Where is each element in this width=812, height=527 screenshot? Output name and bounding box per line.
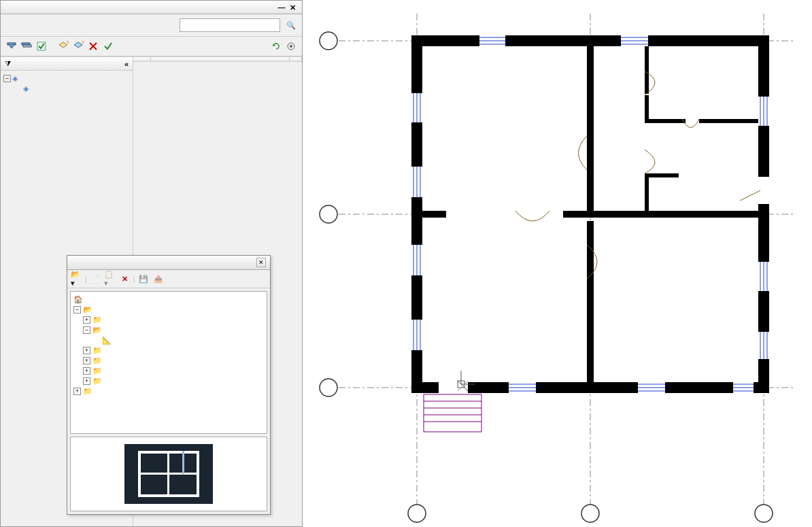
svg-point-14 <box>320 32 337 50</box>
svg-text:✶: ✶ <box>66 41 69 46</box>
folder-icon: 📁 <box>92 346 102 355</box>
tree-collapse-icon[interactable]: − <box>83 326 90 334</box>
layer-manager-titlebar[interactable]: — ✕ <box>1 1 302 14</box>
svg-rect-51 <box>645 173 649 211</box>
tree-folder-1-4[interactable]: + 📁 <box>73 356 264 366</box>
minimize-button[interactable]: — <box>276 3 287 12</box>
dwg-file-icon: 📐 <box>102 336 112 345</box>
filter-used-row[interactable]: ◈ <box>3 84 130 94</box>
delete-icon[interactable]: ✕ <box>118 272 132 286</box>
new-layer-vp-icon[interactable]: ✶ <box>71 39 85 53</box>
col-status[interactable] <box>133 57 151 61</box>
svg-rect-40 <box>665 382 733 393</box>
svg-rect-53 <box>699 119 758 123</box>
tree-folder-2[interactable]: + 📁 <box>73 386 264 396</box>
layers-columns-header[interactable] <box>133 57 302 62</box>
svg-rect-54 <box>588 272 593 313</box>
svg-rect-30 <box>411 275 422 320</box>
tree-folder-1-2[interactable]: − 📂 <box>73 325 264 335</box>
svg-rect-44 <box>422 211 584 218</box>
svg-rect-34 <box>758 204 769 262</box>
new-group-filter-icon[interactable] <box>20 39 33 53</box>
refresh-icon[interactable] <box>269 39 283 53</box>
tree-folder-1-1[interactable]: + 📁 <box>73 315 264 325</box>
svg-rect-48 <box>645 46 649 94</box>
tree-file-dwg[interactable]: 📐 <box>73 335 264 345</box>
open-folder-icon[interactable]: 📂▾ <box>70 272 84 286</box>
tree-expand-icon[interactable]: + <box>83 377 90 385</box>
folder-icon: 📁 <box>92 377 102 386</box>
file-tree[interactable]: 🏠 − 📂 + 📁 − 📂 📐 + 📁 + <box>70 291 267 434</box>
svg-rect-33 <box>758 126 769 177</box>
file-preview <box>70 437 267 511</box>
drawing-canvas[interactable] <box>305 0 812 527</box>
tree-folder-1[interactable]: − 📂 <box>73 305 264 315</box>
svg-point-17 <box>408 505 426 522</box>
svg-point-7 <box>290 45 292 48</box>
file-panel-close-button[interactable]: ✕ <box>256 258 266 267</box>
svg-rect-28 <box>411 122 422 167</box>
layer-search-input[interactable] <box>180 18 280 32</box>
folder-open-icon: 📂 <box>92 326 102 335</box>
save-icon[interactable]: 💾 <box>137 272 150 286</box>
svg-rect-42 <box>587 46 594 214</box>
svg-text:✶: ✶ <box>81 41 84 46</box>
tree-expand-icon[interactable]: + <box>83 316 90 324</box>
svg-rect-52 <box>645 173 679 177</box>
svg-rect-25 <box>505 35 621 46</box>
svg-rect-35 <box>758 291 769 332</box>
tree-expand-icon[interactable]: + <box>83 367 90 375</box>
svg-rect-50 <box>645 95 649 122</box>
tree-root[interactable]: 🏠 <box>73 294 264 305</box>
tree-folder-1-5[interactable]: + 📁 <box>73 366 264 376</box>
file-panel-titlebar[interactable]: ✕ <box>67 256 270 270</box>
svg-point-19 <box>755 505 773 522</box>
file-panel-window[interactable]: ✕ 📂▾ | 📄 📋▾ ✕ | 💾 📤 🏠 − 📂 + 📁 − 📂 <box>67 255 271 515</box>
svg-point-15 <box>320 205 337 223</box>
set-current-icon[interactable] <box>101 39 115 53</box>
tree-expand-icon[interactable]: − <box>3 75 11 82</box>
file-panel-toolbar: 📂▾ | 📄 📋▾ ✕ | 💾 📤 <box>67 270 270 288</box>
folder-icon: 📁 <box>83 387 92 396</box>
svg-rect-49 <box>645 119 686 123</box>
svg-rect-38 <box>468 382 509 393</box>
settings-icon[interactable] <box>284 39 298 53</box>
tree-expand-icon[interactable]: + <box>73 388 81 395</box>
layers-icon: ◈ <box>12 74 18 83</box>
search-icon[interactable]: 🔍 <box>284 18 298 32</box>
svg-rect-29 <box>411 197 422 245</box>
filters-tree[interactable]: − ◈ ◈ <box>1 71 133 97</box>
filters-header: ⧩ « <box>1 57 133 71</box>
collapse-filters-icon[interactable]: « <box>124 60 129 68</box>
tree-folder-1-3[interactable]: + 📁 <box>73 345 264 356</box>
new-file-icon[interactable]: 📄 <box>88 272 102 286</box>
tree-folder-1-6[interactable]: + 📁 <box>73 376 264 386</box>
preview-thumbnail <box>124 444 213 504</box>
export-icon[interactable]: 📤 <box>152 272 165 286</box>
col-name[interactable] <box>151 57 290 61</box>
svg-rect-37 <box>411 382 439 393</box>
svg-point-16 <box>320 379 337 396</box>
new-layer-icon[interactable]: ✶ <box>56 39 70 53</box>
layers-icon: ◈ <box>23 84 29 93</box>
svg-rect-26 <box>648 35 769 46</box>
delete-layer-icon[interactable] <box>86 39 100 53</box>
svg-rect-46 <box>594 211 758 218</box>
svg-rect-47 <box>422 211 446 218</box>
filter-all-row[interactable]: − ◈ <box>3 73 130 84</box>
svg-point-18 <box>581 505 599 522</box>
svg-rect-2 <box>23 45 31 47</box>
tree-expand-icon[interactable]: + <box>83 357 90 364</box>
svg-rect-41 <box>754 382 769 393</box>
tree-collapse-icon[interactable]: − <box>73 306 81 313</box>
new-filter-icon[interactable] <box>5 39 18 53</box>
project-icon: 🏠 <box>73 295 83 304</box>
tree-expand-icon[interactable]: + <box>83 347 90 354</box>
layer-states-icon[interactable] <box>35 39 48 53</box>
col-on[interactable] <box>290 57 302 61</box>
svg-rect-39 <box>536 382 638 393</box>
copy-icon[interactable]: 📋▾ <box>103 272 117 286</box>
close-button[interactable]: ✕ <box>287 3 298 12</box>
folder-icon: 📁 <box>92 316 102 324</box>
filter-icon: ⧩ <box>5 59 11 68</box>
